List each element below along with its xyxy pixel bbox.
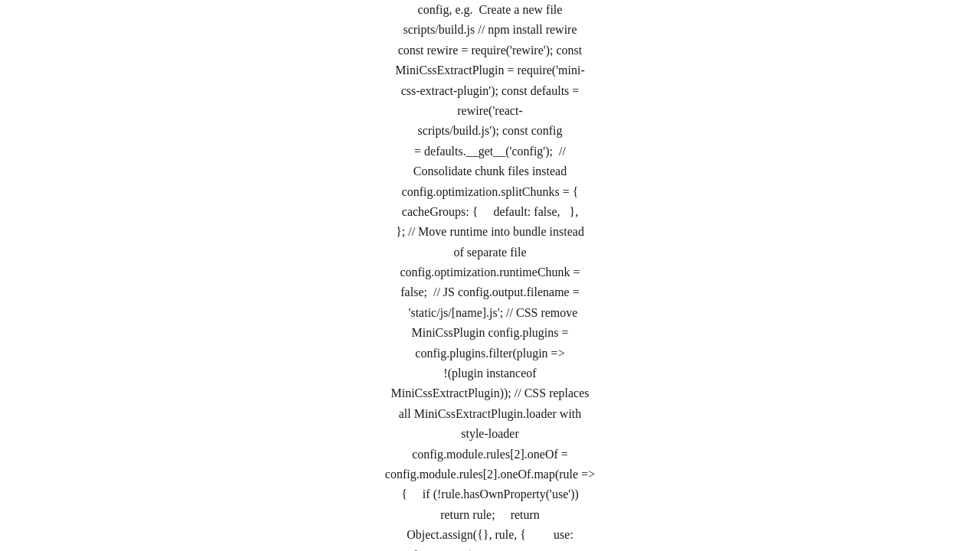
main-content: config, e.g. Create a new file scripts/b… <box>222 0 758 551</box>
code-text: config, e.g. Create a new file scripts/b… <box>237 0 743 551</box>
